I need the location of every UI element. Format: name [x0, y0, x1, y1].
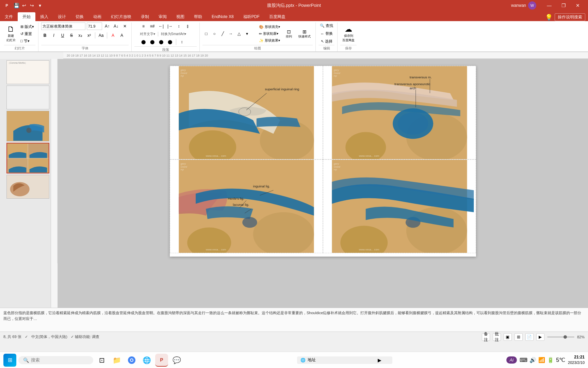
sound-icon[interactable]: 🔊: [529, 357, 536, 363]
shape-arrow[interactable]: →: [227, 30, 234, 37]
shape-fill-btn[interactable]: 🎨 形状填充▾: [258, 24, 281, 30]
new-slide-btn[interactable]: 🗋 新建幻灯片: [4, 23, 18, 44]
comments-toggle-btn[interactable]: 批注: [493, 333, 501, 341]
tab-insert[interactable]: 插入: [35, 12, 53, 21]
search-input[interactable]: [31, 357, 85, 363]
tab-animations[interactable]: 动画: [88, 12, 106, 21]
taskbar-app-chrome[interactable]: [125, 354, 138, 367]
layout-btn[interactable]: ⊞ 版式▾: [19, 24, 35, 30]
close-btn[interactable]: ✕: [571, 1, 585, 10]
more-qa-btn[interactable]: ▾: [36, 2, 43, 9]
align-center-btn[interactable]: ⬤: [149, 38, 156, 46]
subscript-btn[interactable]: x₂: [77, 32, 84, 39]
notes-toggle-btn[interactable]: 备注: [482, 333, 490, 341]
slide-cell-2[interactable]: gary Grand mp www.vesa... com transversu…: [323, 66, 476, 159]
taskbar-app-explorer[interactable]: 📁: [110, 354, 123, 367]
slide-thumb-4[interactable]: [6, 143, 49, 173]
wifi-icon[interactable]: 📶: [538, 357, 545, 363]
view-present-btn[interactable]: ▶: [536, 333, 544, 341]
tab-review[interactable]: 审阅: [154, 12, 172, 21]
superscript-btn[interactable]: x²: [85, 32, 93, 39]
font-name-input[interactable]: [41, 22, 85, 30]
numbering-btn[interactable]: ≡#: [149, 22, 156, 30]
shape-oval[interactable]: ○: [211, 30, 218, 37]
decrease-font-btn[interactable]: A↓: [112, 22, 120, 30]
canvas-area[interactable]: gary Grand mp www.vesa... com superficia…: [58, 59, 588, 308]
ai-btn[interactable]: Ai: [506, 356, 517, 364]
decrease-indent-btn[interactable]: ←|: [158, 22, 165, 30]
slide-thumb-3[interactable]: [6, 111, 49, 141]
tab-file[interactable]: 文件: [0, 12, 18, 21]
view-reading-btn[interactable]: 📄: [525, 333, 534, 341]
slide-thumb-2[interactable]: [6, 86, 49, 109]
tab-view[interactable]: 视图: [172, 12, 189, 21]
address-go-btn[interactable]: ▶: [378, 357, 381, 363]
tab-help[interactable]: 帮助: [189, 12, 207, 21]
tab-transitions[interactable]: 切换: [71, 12, 88, 21]
underline-btn[interactable]: U: [59, 32, 66, 39]
taskbar-address-bar[interactable]: 🌐 ▶: [297, 356, 392, 364]
save-to-baidu-btn[interactable]: ☁ 保存到百度网盘: [340, 23, 357, 44]
find-btn[interactable]: 🔍 查找: [318, 22, 334, 29]
section-btn[interactable]: □ 节▾: [19, 38, 35, 44]
select-btn[interactable]: ↖ 选择: [320, 38, 334, 45]
tab-record[interactable]: 录制: [136, 12, 154, 21]
task-view-btn[interactable]: ⊡: [95, 354, 108, 367]
view-sorter-btn[interactable]: ⊞: [514, 333, 523, 341]
tab-pdf[interactable]: 福听PDF: [239, 12, 264, 21]
clear-format-btn[interactable]: ✕: [121, 22, 129, 30]
increase-indent-btn[interactable]: |→: [166, 22, 174, 30]
tab-slideshow[interactable]: 幻灯片放映: [106, 12, 136, 21]
slide-thumb-1[interactable]: （Corona Mortis）: [6, 60, 49, 84]
redo-qa-btn[interactable]: ↪: [29, 2, 35, 9]
search-suggestions-btn[interactable]: 操作说明搜索: [555, 13, 585, 21]
minimize-btn[interactable]: —: [542, 1, 556, 10]
slide-cell-1[interactable]: gary Grand mp www.vesa... com superficia…: [170, 66, 323, 159]
zoom-thumb[interactable]: [564, 335, 567, 339]
slide-cell-4[interactable]: gary Grand mp www.vesa... com: [323, 159, 476, 253]
arrange-btn[interactable]: ⊡ 排列: [282, 25, 296, 42]
shape-effect-btn[interactable]: ✨ 形状效果▾: [258, 37, 281, 44]
strikethrough-btn[interactable]: S: [68, 32, 75, 39]
slide-thumb-5[interactable]: [6, 175, 49, 199]
view-normal-btn[interactable]: ▣: [504, 333, 512, 341]
taskbar-app-edge[interactable]: 🌐: [140, 354, 153, 367]
battery-icon[interactable]: 🔋: [547, 357, 554, 363]
restore-btn[interactable]: ❐: [557, 1, 570, 10]
undo-qa-btn[interactable]: ↩: [21, 2, 28, 9]
font-color-btn[interactable]: A: [109, 32, 117, 39]
replace-btn[interactable]: ↔ 替换: [319, 30, 334, 37]
reset-btn[interactable]: ↺ 重置: [19, 31, 35, 37]
tab-endnote[interactable]: EndNote X8: [207, 12, 239, 21]
align-left-btn[interactable]: ⬤: [140, 38, 147, 46]
shape-triangle[interactable]: △: [235, 30, 243, 37]
font-size-input[interactable]: [87, 22, 102, 30]
lightbulb-icon[interactable]: 💡: [545, 14, 553, 21]
change-case-btn[interactable]: Aa: [97, 32, 105, 39]
temperature-icon[interactable]: 5℃: [556, 357, 565, 363]
shape-line[interactable]: ╱: [219, 30, 226, 37]
align-right-btn[interactable]: ⬤: [158, 38, 165, 46]
taskbar-app-ppt[interactable]: P: [155, 354, 168, 367]
justify-btn[interactable]: ⬤: [166, 38, 174, 46]
tab-baidu[interactable]: 百度网盘: [264, 12, 290, 21]
bullets-btn[interactable]: ≡: [140, 22, 147, 30]
taskbar-search[interactable]: 🔍: [18, 356, 93, 364]
text-direction-btn[interactable]: ↕: [178, 38, 186, 46]
address-input[interactable]: [308, 358, 376, 363]
highlight-btn[interactable]: A: [118, 32, 126, 39]
italic-btn[interactable]: I: [50, 32, 58, 39]
taskbar-app-wechat[interactable]: 💬: [170, 354, 183, 367]
increase-font-btn[interactable]: A↑: [103, 22, 111, 30]
zoom-slider[interactable]: [547, 336, 574, 338]
shape-rect[interactable]: □: [202, 30, 210, 37]
bold-btn[interactable]: B: [41, 32, 49, 39]
save-qa-btn[interactable]: 💾: [13, 2, 20, 9]
slide-cell-3[interactable]: ↖ gary Grand mp www.vesa... com inguinal…: [170, 159, 323, 253]
keyboard-icon[interactable]: ⌨: [520, 357, 527, 363]
quick-styles-btn[interactable]: ⊞ 快速样式: [296, 25, 313, 42]
shape-more[interactable]: ▾: [243, 30, 251, 37]
tab-design[interactable]: 设计: [53, 12, 71, 21]
tab-home[interactable]: 开始: [18, 12, 35, 21]
columns-btn[interactable]: ⫿: [184, 22, 192, 30]
